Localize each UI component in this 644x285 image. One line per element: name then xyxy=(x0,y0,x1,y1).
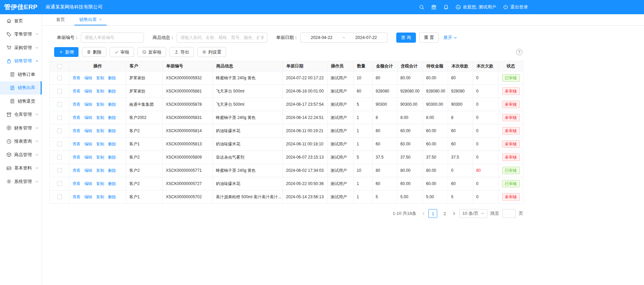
copy-link[interactable]: 复制 xyxy=(96,115,104,120)
view-link[interactable]: 查看 xyxy=(72,115,81,120)
reset-button[interactable]: 重 置 xyxy=(419,33,439,43)
page-2-button[interactable]: 2 xyxy=(440,209,449,218)
copy-link[interactable]: 复制 xyxy=(96,89,104,94)
row-checkbox[interactable] xyxy=(57,155,62,160)
delete-link[interactable]: 删除 xyxy=(108,168,116,173)
delete-link[interactable]: 删除 xyxy=(108,155,116,160)
logout-button[interactable]: 退出登录 xyxy=(503,4,528,10)
row-checkbox[interactable] xyxy=(57,115,62,120)
copy-link[interactable]: 复制 xyxy=(96,128,104,133)
help-icon[interactable]: ? xyxy=(516,49,523,55)
row-checkbox[interactable] xyxy=(57,102,62,107)
edit-link[interactable]: 编辑 xyxy=(84,181,92,186)
edit-link[interactable]: 编辑 xyxy=(84,155,92,160)
user-menu[interactable]: 欢迎您, 测试用户 xyxy=(456,4,496,10)
row-checkbox[interactable] xyxy=(57,195,62,199)
cell-qty: 10 xyxy=(354,164,373,177)
doc-no-input[interactable] xyxy=(81,33,144,43)
copy-link[interactable]: 复制 xyxy=(96,76,104,80)
view-link[interactable]: 查看 xyxy=(72,102,81,107)
search-icon[interactable] xyxy=(419,4,424,10)
sidebar-item-retail[interactable]: 零售管理 xyxy=(0,28,42,41)
delete-link[interactable]: 删除 xyxy=(108,102,116,107)
page-1-button[interactable]: 1 xyxy=(428,209,437,218)
home-icon[interactable] xyxy=(431,4,437,10)
copy-link[interactable]: 复制 xyxy=(96,142,104,146)
cell-owed: 0 xyxy=(473,111,498,124)
view-link[interactable]: 查看 xyxy=(72,76,81,80)
delete-button[interactable]: 删除 xyxy=(82,47,106,57)
edit-link[interactable]: 编辑 xyxy=(84,195,92,199)
add-button[interactable]: 新增 xyxy=(54,47,79,57)
sidebar-item-sales-orders[interactable]: 销售订单 xyxy=(0,68,42,81)
search-button[interactable]: 查 询 xyxy=(396,33,416,43)
date-start-input[interactable] xyxy=(307,35,336,40)
close-icon[interactable]: × xyxy=(99,17,102,22)
delete-link[interactable]: 删除 xyxy=(108,142,116,146)
expand-link[interactable]: 展开 xyxy=(443,35,457,41)
sidebar-item-label: 销售退货 xyxy=(18,98,35,104)
edit-link[interactable]: 编辑 xyxy=(84,168,92,173)
row-checkbox[interactable] xyxy=(57,89,62,94)
view-link[interactable]: 查看 xyxy=(72,128,81,133)
unapprove-button[interactable]: 反审核 xyxy=(137,47,166,57)
delete-link[interactable]: 删除 xyxy=(108,115,116,120)
edit-link[interactable]: 编辑 xyxy=(84,76,92,80)
page-size-select[interactable]: 10 条/页 xyxy=(459,209,487,218)
row-checkbox[interactable] xyxy=(57,142,62,146)
view-link[interactable]: 查看 xyxy=(72,181,81,186)
prev-page-icon[interactable] xyxy=(421,211,425,216)
sidebar-item-reports[interactable]: 报表查询 xyxy=(0,135,42,148)
tab-sales-outbound[interactable]: 销售出库 × xyxy=(74,14,107,25)
copy-link[interactable]: 复制 xyxy=(96,181,104,186)
select-all-checkbox[interactable] xyxy=(57,64,62,69)
copy-link[interactable]: 复制 xyxy=(96,168,104,173)
cell-customer: 罗莱家纺 xyxy=(126,72,163,85)
delete-link[interactable]: 删除 xyxy=(108,128,116,133)
edit-link[interactable]: 编辑 xyxy=(84,89,92,94)
view-link[interactable]: 查看 xyxy=(72,142,81,146)
edit-link[interactable]: 编辑 xyxy=(84,115,92,120)
export-button[interactable]: 导出 xyxy=(170,47,194,57)
tab-home[interactable]: 首页 xyxy=(51,14,70,25)
date-range-picker[interactable]: ~ xyxy=(300,33,387,43)
row-checkbox[interactable] xyxy=(57,181,62,186)
view-link[interactable]: 查看 xyxy=(72,155,81,160)
sidebar-item-warehouse[interactable]: 仓库管理 xyxy=(0,108,42,122)
edit-link[interactable]: 编辑 xyxy=(84,142,92,146)
approve-button[interactable]: 审核 xyxy=(110,47,134,57)
sidebar-item-basic-data[interactable]: 基本资料 xyxy=(0,162,42,175)
delete-link[interactable]: 删除 xyxy=(108,195,116,199)
notification-icon[interactable] xyxy=(443,4,449,10)
row-checkbox[interactable] xyxy=(57,76,62,80)
copy-link[interactable]: 复制 xyxy=(96,195,104,199)
sidebar-item-system[interactable]: 系统管理 xyxy=(0,175,42,188)
edit-link[interactable]: 编辑 xyxy=(84,102,92,107)
view-link[interactable]: 查看 xyxy=(72,89,81,94)
copy-link[interactable]: 复制 xyxy=(96,155,104,160)
cell-receivable: 90300.00 xyxy=(423,98,448,111)
delete-link[interactable]: 删除 xyxy=(108,181,116,186)
sidebar-item-sales-outbound[interactable]: 销售出库 xyxy=(0,81,42,95)
product-input[interactable] xyxy=(177,33,267,43)
sidebar-item-sales-returns[interactable]: 销售退货 xyxy=(0,95,42,108)
sidebar-item-purchase[interactable]: 采购管理 xyxy=(0,41,42,55)
jump-page-input[interactable] xyxy=(502,209,516,218)
row-checkbox[interactable] xyxy=(57,168,62,173)
chevron-down-icon xyxy=(35,113,39,116)
view-link[interactable]: 查看 xyxy=(72,195,81,199)
copy-link[interactable]: 复制 xyxy=(96,102,104,107)
next-page-icon[interactable] xyxy=(452,211,456,216)
row-checkbox[interactable] xyxy=(57,128,62,133)
delete-link[interactable]: 删除 xyxy=(108,89,116,94)
sidebar-item-products[interactable]: 商品管理 xyxy=(0,148,42,162)
view-link[interactable]: 查看 xyxy=(72,168,81,173)
column-settings-button[interactable]: 列设置 xyxy=(197,47,226,57)
sidebar-item-sales[interactable]: 销售管理 xyxy=(0,55,42,68)
delete-link[interactable]: 删除 xyxy=(108,76,116,80)
sidebar-item-home[interactable]: 首页 xyxy=(0,14,42,28)
sidebar-item-finance[interactable]: 财务管理 xyxy=(0,121,42,135)
cell-customer: 客户2002 xyxy=(126,111,163,124)
date-end-input[interactable] xyxy=(351,35,381,40)
edit-link[interactable]: 编辑 xyxy=(84,128,92,133)
